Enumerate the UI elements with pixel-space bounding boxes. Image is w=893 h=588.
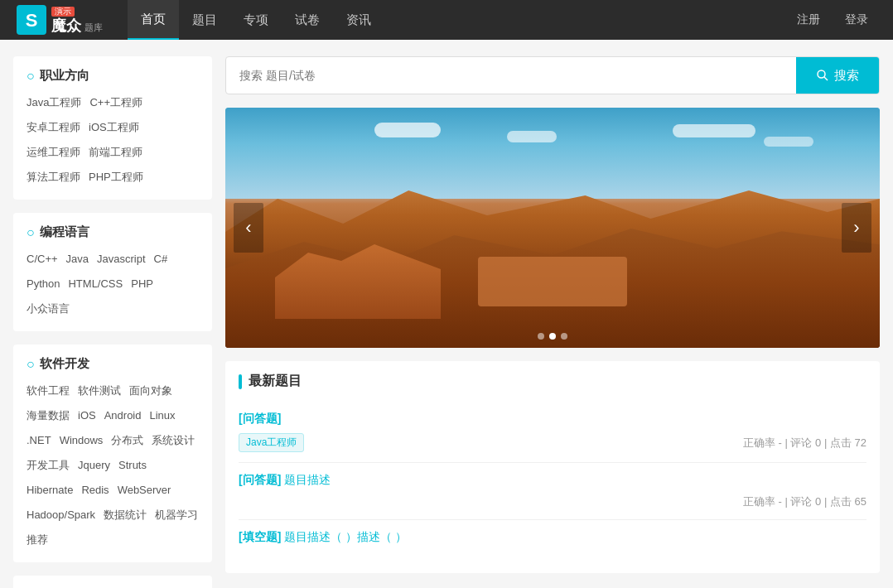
sidebar-link-bigdata[interactable]: 海量数据 xyxy=(27,405,70,427)
sidebar-link-redis[interactable]: Redis xyxy=(81,480,109,501)
cloud4 xyxy=(764,137,813,147)
demo-badge: 演示 xyxy=(51,7,75,17)
logo-main: 魔众 xyxy=(51,18,81,33)
question-type-badge-3: [填空题] xyxy=(239,530,281,543)
carousel-overlay xyxy=(478,257,627,306)
lang-icon: ○ xyxy=(27,225,35,240)
sidebar-link-java[interactable]: Java xyxy=(66,248,89,270)
software-icon: ○ xyxy=(27,357,35,372)
header: S 演示 魔众 题库 首页 题目 专项 试卷 资讯 注册 登录 xyxy=(0,0,893,40)
sidebar-software-links: 软件工程 软件测试 面向对象 海量数据 iOS Android Linux .N… xyxy=(27,380,199,551)
question-title-3: 题目描述（ ）描述（ ） xyxy=(284,530,407,543)
search-input[interactable] xyxy=(226,57,796,94)
sidebar-link-android[interactable]: Android xyxy=(104,405,142,427)
nav-special[interactable]: 专项 xyxy=(230,0,282,40)
login-button[interactable]: 登录 xyxy=(837,9,876,31)
carousel-dot-2[interactable] xyxy=(549,333,556,340)
carousel-image xyxy=(225,108,880,348)
career-icon: ○ xyxy=(27,69,35,84)
sidebar-link-algo-engineer[interactable]: 算法工程师 xyxy=(27,166,80,188)
logo: S 演示 魔众 题库 xyxy=(17,5,103,35)
nav-home[interactable]: 首页 xyxy=(128,0,179,40)
carousel-dots xyxy=(538,333,567,340)
header-actions: 注册 登录 xyxy=(789,9,876,31)
sidebar-link-sysdesign[interactable]: 系统设计 xyxy=(152,430,195,451)
sidebar-section-cs: ○ 计算机基础 网络基础 正则表达式 数据库 操作系统 加密与安全 编程基础 编… xyxy=(13,576,212,588)
sidebar-link-java-engineer[interactable]: Java工程师 xyxy=(27,92,81,113)
sidebar-link-frontend-engineer[interactable]: 前端工程师 xyxy=(89,142,142,163)
sidebar-link-software-test[interactable]: 软件测试 xyxy=(78,380,121,402)
sidebar-link-software-eng[interactable]: 软件工程 xyxy=(27,380,70,402)
sidebar-career-links: Java工程师 C++工程师 安卓工程师 iOS工程师 运维工程师 前端工程师 … xyxy=(27,92,199,188)
sidebar-link-dotnet[interactable]: .NET xyxy=(27,430,51,451)
sidebar-career-title: ○ 职业方向 xyxy=(27,68,199,84)
search-bar: 搜索 xyxy=(225,56,880,94)
main-layout: ○ 职业方向 Java工程师 C++工程师 安卓工程师 iOS工程师 运维工程师… xyxy=(0,56,893,588)
sidebar-link-ios[interactable]: iOS xyxy=(78,405,96,427)
sidebar-lang-links: C/C++ Java Javascript C# Python HTML/CSS… xyxy=(27,248,199,320)
sidebar-link-devtools[interactable]: 开发工具 xyxy=(27,455,70,476)
question-item-3: [填空题] 题目描述（ ）描述（ ） xyxy=(239,520,866,561)
sidebar-link-android-engineer[interactable]: 安卓工程师 xyxy=(27,117,80,138)
sidebar-link-ml[interactable]: 机器学习 xyxy=(155,504,198,526)
question-type-badge-1: [问答题] xyxy=(239,412,281,425)
register-button[interactable]: 注册 xyxy=(789,9,828,31)
nav-news[interactable]: 资讯 xyxy=(333,0,384,40)
question-stats-1: 正确率 - | 评论 0 | 点击 72 xyxy=(743,436,866,451)
sidebar-link-cpp-engineer[interactable]: C++工程师 xyxy=(89,92,142,113)
sidebar-link-distributed[interactable]: 分布式 xyxy=(111,430,143,451)
sky xyxy=(225,108,880,199)
cloud3 xyxy=(673,124,755,137)
sidebar-link-python[interactable]: Python xyxy=(27,273,60,295)
sidebar: ○ 职业方向 Java工程师 C++工程师 安卓工程师 iOS工程师 运维工程师… xyxy=(13,56,212,588)
carousel-next-button[interactable]: › xyxy=(842,203,871,253)
section-bar-icon xyxy=(239,374,242,389)
svg-line-3 xyxy=(824,77,828,80)
sidebar-link-struts[interactable]: Struts xyxy=(118,455,147,476)
sidebar-link-recommend[interactable]: 推荐 xyxy=(27,529,48,551)
sidebar-link-php-engineer[interactable]: PHP工程师 xyxy=(89,166,143,188)
sidebar-section-software: ○ 软件开发 软件工程 软件测试 面向对象 海量数据 iOS Android L… xyxy=(13,345,212,562)
sidebar-link-datastats[interactable]: 数据统计 xyxy=(104,504,147,526)
sidebar-link-ios-engineer[interactable]: iOS工程师 xyxy=(89,117,139,138)
question-section: 最新题目 [问答题] Java工程师 正确率 - | 评论 0 | 点击 72 … xyxy=(225,361,880,573)
sidebar-link-c[interactable]: C/C++ xyxy=(27,248,58,270)
sidebar-link-oop[interactable]: 面向对象 xyxy=(129,380,172,402)
logo-sub: 题库 xyxy=(84,23,103,32)
question-tag-1[interactable]: Java工程师 xyxy=(239,433,304,452)
search-button[interactable]: 搜索 xyxy=(796,57,879,94)
main-content: 搜索 ‹ › xyxy=(225,56,880,588)
question-stats-2: 正确率 - | 评论 0 | 点击 65 xyxy=(743,494,866,509)
sidebar-link-javascript[interactable]: Javascript xyxy=(97,248,146,270)
cloud1 xyxy=(374,123,441,137)
section-header: 最新题目 xyxy=(239,373,866,390)
svg-text:S: S xyxy=(26,10,38,31)
sidebar-section-career: ○ 职业方向 Java工程师 C++工程师 安卓工程师 iOS工程师 运维工程师… xyxy=(13,56,212,200)
question-link-1[interactable]: [问答题] xyxy=(239,412,866,427)
section-title: 最新题目 xyxy=(249,373,302,390)
question-title-2: 题目描述 xyxy=(284,473,331,486)
sidebar-software-title: ○ 软件开发 xyxy=(27,356,199,372)
question-link-3[interactable]: [填空题] 题目描述（ ）描述（ ） xyxy=(239,530,866,545)
sidebar-link-windows[interactable]: Windows xyxy=(60,430,104,451)
carousel-prev-button[interactable]: ‹ xyxy=(234,203,263,253)
main-nav: 首页 题目 专项 试卷 资讯 xyxy=(128,0,789,40)
sidebar-link-webserver[interactable]: WebServer xyxy=(118,480,171,501)
sidebar-link-hibernate[interactable]: Hibernate xyxy=(27,480,73,501)
nav-questions[interactable]: 题目 xyxy=(179,0,230,40)
sidebar-link-html[interactable]: HTML/CSS xyxy=(68,273,123,295)
sidebar-link-php[interactable]: PHP xyxy=(131,273,153,295)
nav-exams[interactable]: 试卷 xyxy=(282,0,333,40)
sidebar-lang-title: ○ 编程语言 xyxy=(27,224,199,240)
sidebar-link-hadoop[interactable]: Hadoop/Spark xyxy=(27,504,95,526)
carousel: ‹ › xyxy=(225,108,880,348)
sidebar-link-ops-engineer[interactable]: 运维工程师 xyxy=(27,142,80,163)
sidebar-link-jquery[interactable]: Jquery xyxy=(78,455,110,476)
sidebar-link-niche-lang[interactable]: 小众语言 xyxy=(27,298,70,320)
question-link-2[interactable]: [问答题] 题目描述 xyxy=(239,473,866,488)
question-item: [问答题] Java工程师 正确率 - | 评论 0 | 点击 72 xyxy=(239,402,866,463)
carousel-dot-1[interactable] xyxy=(538,333,544,340)
sidebar-link-csharp[interactable]: C# xyxy=(154,248,168,270)
sidebar-link-linux[interactable]: Linux xyxy=(149,405,175,427)
carousel-dot-3[interactable] xyxy=(561,333,567,340)
